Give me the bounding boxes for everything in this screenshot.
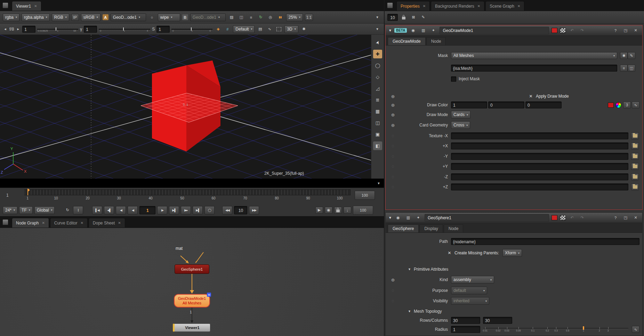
wipe-pattern-icon[interactable]: ▨ xyxy=(228,14,235,21)
animation-curve-icon[interactable]: ∿ xyxy=(632,326,639,333)
center-node-icon[interactable]: ◉ xyxy=(409,27,417,34)
close-icon[interactable]: ✕ xyxy=(80,221,83,225)
pause-icon[interactable]: ▮▮ xyxy=(276,14,284,21)
layout-grid-icon[interactable]: ▦ xyxy=(373,107,382,116)
folder-icon[interactable] xyxy=(631,183,639,190)
lock-range-icon[interactable] xyxy=(334,207,342,214)
zoom-select[interactable]: 25%▾ xyxy=(286,14,303,21)
roi-icon[interactable] xyxy=(275,26,283,33)
animate-icon[interactable]: ◌ xyxy=(392,298,394,303)
key-all-icon[interactable]: ✦ xyxy=(414,214,422,221)
tab-display[interactable]: Display xyxy=(419,224,443,232)
channel-count-button[interactable]: 3 xyxy=(623,101,631,108)
mesh-topology-header[interactable]: ▼ Mesh Topology xyxy=(388,307,639,315)
viewer-process-select[interactable]: sRGB▾ xyxy=(81,14,100,21)
draw-color-r-input[interactable]: 1 xyxy=(451,101,487,108)
path-input[interactable]: {nodename} xyxy=(451,238,639,245)
undo-icon[interactable]: ↶ xyxy=(568,214,576,221)
frame-view-icon[interactable]: ▣ xyxy=(373,130,382,139)
node-viewer1[interactable]: Viewer1 xyxy=(173,323,210,332)
texture-z-pos-input[interactable] xyxy=(451,183,628,190)
layer-select[interactable]: rgba▾ xyxy=(3,14,19,21)
node-title-field[interactable]: GeoDrawMode1 xyxy=(440,27,549,34)
b-buffer-badge[interactable]: B xyxy=(182,14,188,20)
tab-node[interactable]: Node xyxy=(426,37,446,45)
sat-slider[interactable]: 0 1 4 xyxy=(171,26,212,33)
tab-viewer1[interactable]: Viewer1 ✕ xyxy=(12,1,41,11)
pick-mask-icon[interactable]: ◫ xyxy=(628,65,635,72)
parent-type-select[interactable]: Xform▾ xyxy=(502,249,522,257)
mask-edit-icon[interactable]: ✎ xyxy=(628,52,635,59)
animate-icon[interactable]: ◌ xyxy=(392,154,394,159)
texture-z-neg-input[interactable] xyxy=(451,173,628,180)
in-out-toggle-button[interactable]: I xyxy=(73,206,83,214)
step-back-button[interactable]: ◀ xyxy=(116,206,126,214)
draw-color-b-input[interactable]: 0 xyxy=(525,101,562,108)
current-frame-field[interactable]: 1 xyxy=(139,206,155,214)
range-out-field[interactable]: 100 xyxy=(355,191,375,200)
nodegraph-canvas[interactable]: mat GeoSphere1 GeoDrawMode1 All Meshes M… xyxy=(0,228,384,336)
curve-overlay-icon[interactable]: ∿ xyxy=(266,26,273,33)
gl-color-swatch[interactable] xyxy=(560,28,566,33)
max-panels-input[interactable]: 10 xyxy=(387,14,398,21)
b-buffer-node-select[interactable]: GeoD...ode1▾ xyxy=(190,14,226,21)
primitive-attributes-header[interactable]: ▼ Primitive Attributes xyxy=(388,265,639,273)
go-to-start-button[interactable]: ▌◀ xyxy=(92,206,102,214)
tab-curve-editor[interactable]: Curve Editor ✕ xyxy=(50,218,88,228)
tab-background-renders[interactable]: Background Renders ✕ xyxy=(431,1,484,11)
jump-forward-button[interactable]: ▶▶ xyxy=(249,206,259,214)
ab-swap-icon[interactable]: ○ xyxy=(148,14,156,21)
radius-slider[interactable]: 0.01 0.02 0.03 0.05 0.1 0.2 0.3 0.5 1 2 … xyxy=(484,325,628,334)
section-collapse-icon[interactable]: ▼ xyxy=(408,268,411,271)
lock-panels-icon[interactable] xyxy=(400,14,408,21)
timeline-collapse-button[interactable]: ▾ xyxy=(375,180,383,187)
lookthrough-icon[interactable]: ◧ xyxy=(373,141,382,150)
wipe-mode-select[interactable]: wipe▾ xyxy=(158,14,180,21)
close-icon[interactable]: ✕ xyxy=(118,221,121,225)
next-keyframe-button[interactable]: ▶▸ xyxy=(181,206,191,214)
skew-tool-icon[interactable]: ◿ xyxy=(373,84,382,93)
folder-icon[interactable] xyxy=(631,153,639,160)
redo-icon[interactable]: ↷ xyxy=(578,214,586,221)
kind-select[interactable]: assembly▾ xyxy=(451,276,494,284)
mask-expression-input[interactable]: {isa:Mesh} xyxy=(451,65,617,72)
close-icon[interactable]: ✕ xyxy=(477,4,480,8)
view-mode-select[interactable]: 3D▾ xyxy=(284,25,298,33)
expose-node-icon[interactable]: ▥ xyxy=(419,27,427,34)
mat-label[interactable]: mat xyxy=(176,246,183,251)
multi-view-icon[interactable]: ≣ xyxy=(373,96,382,104)
frame-increment-field[interactable]: 10 xyxy=(234,206,247,214)
draw-mode-select[interactable]: Cards▾ xyxy=(451,111,470,118)
a-buffer-node-select[interactable]: GeoD...ode1▾ xyxy=(111,14,146,21)
close-all-panels-icon[interactable]: ⊠ xyxy=(410,14,417,21)
animate-icon[interactable]: ◌ xyxy=(392,174,394,179)
section-collapse-icon[interactable]: ▼ xyxy=(408,310,411,313)
tab-geodrawmode[interactable]: GeoDrawMode xyxy=(388,37,426,45)
playhead-flag[interactable] xyxy=(28,189,30,191)
redo-icon[interactable]: ↷ xyxy=(578,27,586,34)
animate-icon[interactable]: ◌ xyxy=(392,288,394,293)
edit-node-icon[interactable]: ✎ xyxy=(419,14,427,21)
radius-input[interactable]: 1 xyxy=(451,326,480,333)
tab-properties[interactable]: Properties ✕ xyxy=(396,1,430,11)
tab-geosphere[interactable]: GeoSphere xyxy=(388,224,419,232)
gain-input[interactable]: 1 xyxy=(22,26,35,33)
node-color-swatch[interactable] xyxy=(552,28,557,33)
tab-node[interactable]: Node xyxy=(444,224,464,232)
proxy-ratio-button[interactable]: 1:1 xyxy=(305,14,313,21)
close-icon[interactable]: ✕ xyxy=(42,221,45,225)
split-view-icon[interactable]: ◫ xyxy=(373,118,382,127)
channel-display-select[interactable]: RGB▾ xyxy=(52,14,69,21)
viewport-3d-canvas[interactable]: Y X Z xyxy=(0,35,384,179)
pane-menu-icon[interactable] xyxy=(387,2,393,8)
select-tool-icon[interactable]: ➤ xyxy=(372,36,384,48)
visibility-select[interactable]: inherited▾ xyxy=(451,297,489,305)
close-icon[interactable]: ✕ xyxy=(34,4,37,8)
folder-icon[interactable] xyxy=(631,142,639,149)
folder-icon[interactable] xyxy=(631,132,639,139)
gain-gamma-toggle-icon[interactable]: ◈ xyxy=(214,26,222,33)
node-geosphere1[interactable]: GeoSphere1 xyxy=(175,264,209,274)
loop-mode-icon[interactable]: ↻ xyxy=(64,207,71,214)
center-node-icon[interactable]: ◉ xyxy=(394,214,402,221)
mask-select[interactable]: All Meshes▾ xyxy=(451,52,617,59)
